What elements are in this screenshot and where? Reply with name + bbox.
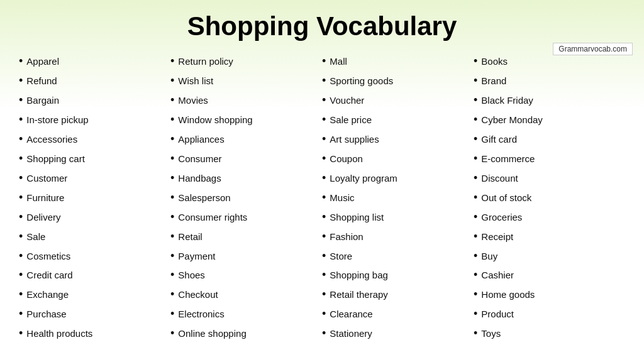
vocab-word: Home goods (481, 287, 535, 303)
list-item: •Brand (474, 71, 625, 90)
vocab-word: Art supplies (330, 131, 379, 148)
vocab-word: Music (330, 190, 354, 206)
bullet-icon: • (474, 71, 477, 90)
bullet-icon: • (322, 324, 326, 343)
bullet-icon: • (322, 90, 326, 110)
bullet-icon: • (322, 149, 326, 168)
list-item: •Delivery (19, 207, 170, 227)
list-item: •Buy (474, 246, 625, 266)
column-3: •Mall•Sporting goods•Voucher•Sale price•… (322, 52, 474, 343)
vocab-word: E-commerce (481, 151, 535, 167)
list-item: •Online shopping (170, 324, 322, 343)
vocab-word: Movies (178, 92, 208, 109)
list-item: •Sale (19, 227, 170, 246)
bullet-icon: • (170, 129, 174, 149)
list-item: •Cosmetics (19, 246, 170, 266)
list-item: •Payment (170, 246, 322, 266)
vocab-word: Purchase (26, 306, 66, 322)
bullet-icon: • (474, 207, 477, 227)
list-item: •Purchase (19, 304, 170, 324)
watermark: Grammarvocab.com (553, 43, 633, 55)
list-item: •Discount (474, 168, 625, 188)
list-item: •Home goods (474, 285, 625, 304)
vocab-word: Clearance (330, 306, 372, 322)
bullet-icon: • (322, 168, 326, 188)
list-item: •In-store pickup (19, 110, 170, 129)
vocab-word: Cosmetics (26, 248, 70, 265)
bullet-icon: • (19, 246, 23, 266)
list-item: •Credit card (19, 265, 170, 285)
bullet-icon: • (170, 110, 174, 129)
content-area: •Apparel•Refund•Bargain•In-store pickup•… (13, 45, 631, 343)
vocab-word: Groceries (481, 209, 522, 226)
bullet-icon: • (19, 90, 23, 110)
bullet-icon: • (19, 149, 23, 168)
list-item: •Coupon (322, 149, 474, 168)
vocab-word: Loyalty program (330, 170, 397, 187)
list-item: •Health products (19, 324, 170, 343)
bullet-icon: • (474, 168, 477, 188)
list-item: •Cashier (474, 265, 625, 285)
bullet-icon: • (170, 149, 174, 168)
vocab-word: Handbags (178, 170, 221, 187)
bullet-icon: • (19, 110, 23, 129)
bullet-icon: • (474, 265, 477, 285)
bullet-icon: • (322, 246, 326, 266)
bullet-icon: • (322, 304, 326, 324)
vocab-word: Sale (26, 229, 45, 245)
list-item: •Gift card (474, 129, 625, 149)
vocab-word: Sale price (330, 112, 372, 128)
vocab-word: Sporting goods (330, 73, 393, 89)
vocab-word: Shopping cart (26, 151, 85, 167)
list-item: •Shopping list (322, 207, 474, 227)
list-item: •Handbags (170, 168, 322, 188)
bullet-icon: • (170, 188, 174, 207)
bullet-icon: • (322, 207, 326, 227)
bullet-icon: • (170, 207, 174, 227)
bullet-icon: • (474, 129, 477, 149)
vocab-word: Books (481, 53, 508, 70)
list-item: •Sale price (322, 110, 474, 129)
vocab-word: Checkout (178, 287, 218, 303)
vocab-word: Retail therapy (330, 287, 388, 303)
page-title: Shopping Vocabulary (13, 11, 631, 41)
bullet-icon: • (474, 188, 477, 207)
list-item: •Bargain (19, 90, 170, 110)
bullet-icon: • (474, 324, 477, 343)
list-item: •Consumer (170, 149, 322, 168)
list-item: •Salesperson (170, 188, 322, 207)
column-1: •Apparel•Refund•Bargain•In-store pickup•… (19, 52, 170, 343)
bullet-icon: • (19, 71, 23, 90)
vocab-word: Delivery (26, 209, 60, 226)
bullet-icon: • (322, 110, 326, 129)
vocab-word: Retail (178, 229, 202, 245)
vocab-word: In-store pickup (26, 112, 88, 128)
list-item: •Black Friday (474, 90, 625, 110)
vocab-word: Window shopping (178, 112, 252, 128)
vocab-word: Online shopping (178, 326, 246, 342)
bullet-icon: • (322, 227, 326, 246)
list-item: •Toys (474, 324, 625, 343)
bullet-icon: • (19, 324, 23, 343)
vocab-word: Discount (481, 170, 518, 187)
bullet-icon: • (19, 168, 23, 188)
list-item: •Loyalty program (322, 168, 474, 188)
vocab-word: Bargain (26, 92, 59, 109)
list-item: •Checkout (170, 285, 322, 304)
vocab-word: Consumer (178, 151, 221, 167)
list-item: •Shopping cart (19, 149, 170, 168)
column-4: •Books•Brand•Black Friday•Cyber Monday•G… (474, 52, 625, 343)
vocab-word: Cyber Monday (481, 112, 543, 128)
bullet-icon: • (170, 324, 174, 343)
list-item: •Return policy (170, 52, 322, 71)
bullet-icon: • (474, 52, 477, 71)
list-item: •Clearance (322, 304, 474, 324)
vocab-word: Toys (481, 326, 501, 342)
list-item: •Shoes (170, 265, 322, 285)
list-item: •Groceries (474, 207, 625, 227)
page-wrapper: Shopping Vocabulary Grammarvocab.com •Ap… (0, 0, 644, 362)
vocab-word: Coupon (330, 151, 363, 167)
list-item: •Shopping bag (322, 265, 474, 285)
vocab-word: Payment (178, 248, 215, 265)
vocab-word: Receipt (481, 229, 513, 245)
